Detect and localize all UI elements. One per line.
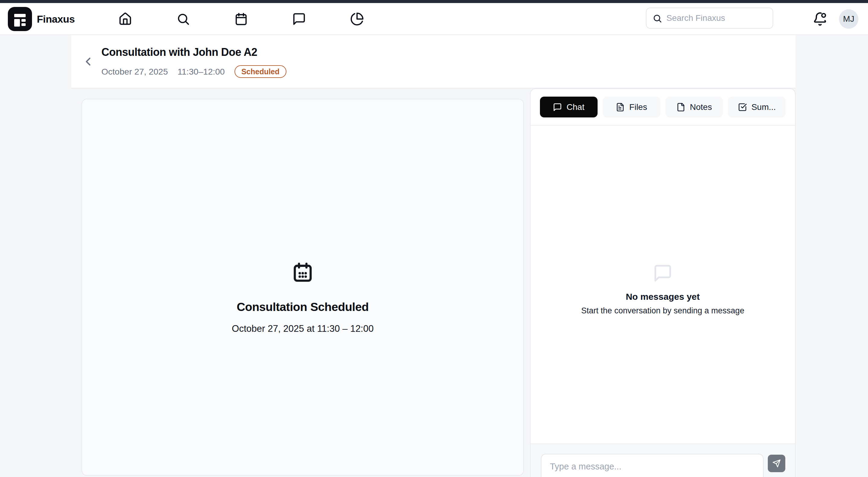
empty-state-subtitle: Start the conversation by sending a mess… (581, 306, 744, 316)
send-icon (772, 459, 781, 468)
bell-dot-icon (813, 12, 827, 26)
square-check-icon (738, 102, 747, 112)
tab-files[interactable]: Files (603, 97, 660, 117)
user-avatar[interactable]: MJ (839, 9, 858, 29)
tab-summary[interactable]: Sum... (728, 97, 785, 117)
layout-logo-icon (8, 7, 32, 31)
tab-notes[interactable]: Notes (665, 97, 723, 117)
chat-composer (531, 444, 795, 477)
search-icon (652, 13, 662, 23)
global-search (646, 7, 773, 29)
back-button[interactable] (82, 55, 95, 68)
home-icon (118, 12, 132, 26)
search-icon (176, 12, 190, 26)
pie-chart-icon (350, 12, 364, 26)
page-title: Consultation with John Doe A2 (101, 46, 257, 59)
send-message-button[interactable] (768, 455, 785, 472)
tab-label: Sum... (751, 102, 776, 112)
consultation-date: October 27, 2025 (101, 67, 168, 77)
scheduled-empty-state: Consultation Scheduled October 27, 2025 … (232, 261, 374, 334)
scheduled-heading: Consultation Scheduled (237, 300, 369, 314)
consultation-header: Consultation with John Doe A2 October 27… (71, 35, 796, 88)
tab-label: Chat (566, 102, 584, 112)
consultation-time: 11:30–12:00 (178, 67, 224, 77)
tab-label: Files (629, 102, 647, 112)
app-logo[interactable] (8, 7, 32, 31)
empty-state-title: No messages yet (626, 292, 700, 302)
message-input[interactable] (541, 454, 764, 477)
file-icon (676, 102, 685, 112)
notifications-button[interactable] (813, 12, 827, 26)
calendar-icon (234, 12, 248, 26)
chat-empty-state: No messages yet Start the conversation b… (581, 263, 744, 316)
brand-name: Finaxus (37, 3, 75, 35)
consultation-stage-card: Consultation Scheduled October 27, 2025 … (82, 99, 524, 476)
nav-messages-button[interactable] (292, 12, 306, 26)
status-badge: Scheduled (235, 65, 286, 78)
conversation-panel: Chat Files Notes (530, 88, 796, 477)
message-square-icon (553, 102, 562, 112)
consultation-meta: October 27, 2025 11:30–12:00 Scheduled (101, 65, 286, 79)
window-top-strip (0, 0, 868, 3)
chevron-left-icon (82, 55, 95, 68)
calendar-days-icon (291, 261, 314, 284)
message-square-icon (292, 12, 306, 26)
file-text-icon (616, 102, 625, 112)
message-square-icon (653, 263, 673, 283)
tab-label: Notes (690, 102, 712, 112)
nav-calendar-button[interactable] (234, 12, 248, 26)
panel-tabs: Chat Files Notes (531, 89, 795, 126)
scheduled-datetime: October 27, 2025 at 11:30 – 12:00 (232, 323, 374, 334)
search-input[interactable] (666, 8, 769, 28)
chat-message-list: No messages yet Start the conversation b… (531, 126, 795, 441)
nav-home-button[interactable] (118, 12, 132, 26)
nav-reports-button[interactable] (350, 12, 364, 26)
top-navbar: Finaxus (0, 3, 868, 35)
tab-chat[interactable]: Chat (540, 97, 597, 117)
nav-search-button[interactable] (176, 12, 190, 26)
avatar-initials: MJ (843, 14, 854, 24)
